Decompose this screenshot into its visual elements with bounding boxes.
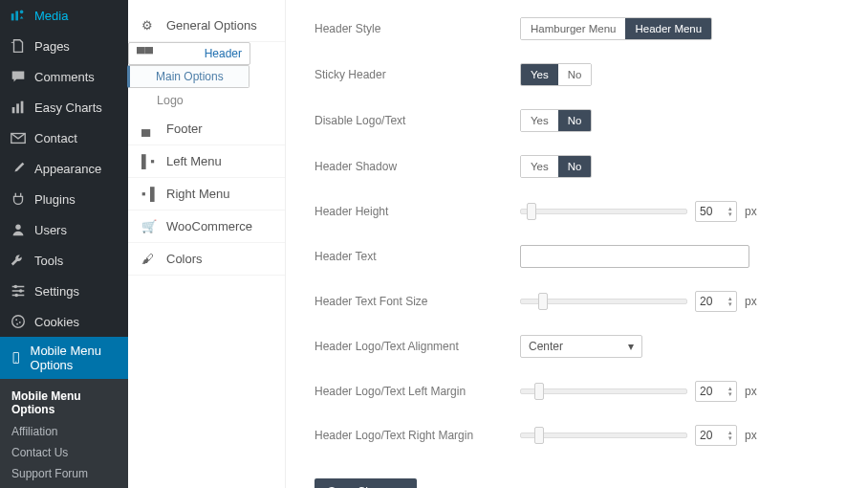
media-icon <box>10 7 27 24</box>
label-right-margin: Header Logo/Text Right Margin <box>315 429 520 442</box>
slider-thumb[interactable] <box>538 293 548 310</box>
label-disable-logo: Disable Logo/Text <box>315 114 520 127</box>
left-icon: ▌▪ <box>141 154 157 168</box>
gear-icon: ⚙ <box>141 18 157 33</box>
submenu-contact-us[interactable]: Contact Us <box>0 442 128 463</box>
tab-logo[interactable]: Logo <box>128 88 285 113</box>
svg-point-9 <box>19 289 23 293</box>
svg-rect-4 <box>16 103 19 113</box>
label-font-size: Header Text Font Size <box>315 295 520 308</box>
svg-point-12 <box>15 319 17 321</box>
slider-thumb[interactable] <box>534 383 544 400</box>
svg-point-8 <box>14 285 18 289</box>
svg-rect-0 <box>11 13 14 20</box>
svg-rect-5 <box>21 101 24 114</box>
input-right-margin[interactable]: 20▴▾ <box>695 425 737 446</box>
tab-left-menu[interactable]: ▌▪Left Menu <box>128 145 285 178</box>
submenu-upgrade[interactable]: Upgrade ► <box>0 484 128 488</box>
menu-users[interactable]: Users <box>0 214 128 245</box>
pages-icon <box>10 37 27 55</box>
wp-admin-sidebar: Media Pages Comments Easy Charts Contact… <box>0 0 128 488</box>
header-icon: ▀▀ <box>137 47 152 60</box>
submenu-affiliation[interactable]: Affiliation <box>0 421 128 442</box>
wrench-icon <box>10 252 27 269</box>
svg-point-2 <box>20 11 24 14</box>
tab-general[interactable]: ⚙General Options <box>128 10 285 42</box>
cart-icon: 🛒 <box>141 219 157 233</box>
label-sticky-header: Sticky Header <box>315 68 520 81</box>
menu-contact[interactable]: Contact <box>0 122 128 153</box>
svg-rect-3 <box>12 107 15 113</box>
plug-icon <box>10 190 27 208</box>
toggle-disable-logo[interactable]: YesNo <box>520 109 592 132</box>
chart-icon <box>10 99 27 116</box>
label-header-text: Header Text <box>315 250 520 263</box>
settings-panel: Header Style Hamburger MenuHeader Menu S… <box>286 0 868 488</box>
label-alignment: Header Logo/Text Alignment <box>315 340 520 353</box>
menu-mobile-menu[interactable]: Mobile Menu Options <box>0 337 128 379</box>
spinner-icon[interactable]: ▴▾ <box>728 430 732 441</box>
slider-right-margin[interactable] <box>520 433 687 438</box>
right-icon: ▪▐ <box>141 187 157 201</box>
menu-media[interactable]: Media <box>0 0 128 31</box>
svg-point-7 <box>15 225 20 230</box>
label-header-style: Header Style <box>315 22 520 35</box>
menu-settings[interactable]: Settings <box>0 276 128 306</box>
svg-point-10 <box>14 294 18 298</box>
footer-icon: ▄ <box>141 122 157 136</box>
slider-font-size[interactable] <box>520 299 687 304</box>
submenu-support[interactable]: Support Forum <box>0 463 128 484</box>
mail-icon <box>10 129 27 146</box>
menu-appearance[interactable]: Appearance <box>0 153 128 184</box>
spinner-icon[interactable]: ▴▾ <box>728 206 732 217</box>
svg-rect-1 <box>15 11 18 21</box>
menu-tools[interactable]: Tools <box>0 245 128 276</box>
options-sidebar: ⚙General Options ▀▀Header Main Options L… <box>128 0 286 488</box>
input-left-margin[interactable]: 20▴▾ <box>695 381 737 402</box>
tab-main-options[interactable]: Main Options <box>127 65 250 88</box>
submenu-head[interactable]: Mobile Menu Options <box>0 385 128 421</box>
toggle-header-style[interactable]: Hamburger MenuHeader Menu <box>520 17 712 40</box>
brush-icon: 🖌 <box>141 252 157 266</box>
input-header-height[interactable]: 50▴▾ <box>695 201 737 222</box>
tab-colors[interactable]: 🖌Colors <box>128 243 285 276</box>
save-button[interactable]: Save Changes <box>315 478 417 488</box>
comments-icon <box>10 68 27 85</box>
brush-icon <box>10 160 27 177</box>
slider-left-margin[interactable] <box>520 388 687 394</box>
tab-right-menu[interactable]: ▪▐Right Menu <box>128 178 285 211</box>
tab-woo[interactable]: 🛒WooCommerce <box>128 211 285 243</box>
sliders-icon <box>10 282 27 299</box>
spinner-icon[interactable]: ▴▾ <box>728 386 732 397</box>
svg-point-11 <box>12 316 25 328</box>
slider-header-height[interactable] <box>520 209 687 214</box>
label-header-shadow: Header Shadow <box>315 160 520 173</box>
chevron-down-icon: ▾ <box>628 340 634 353</box>
toggle-sticky-header[interactable]: YesNo <box>520 63 592 86</box>
select-alignment[interactable]: Center▾ <box>520 335 642 358</box>
menu-easy-charts[interactable]: Easy Charts <box>0 92 128 122</box>
user-icon <box>10 221 27 238</box>
slider-thumb[interactable] <box>534 427 544 444</box>
tab-footer[interactable]: ▄Footer <box>128 113 285 145</box>
menu-comments[interactable]: Comments <box>0 61 128 92</box>
input-header-text[interactable] <box>520 245 749 268</box>
toggle-header-shadow[interactable]: YesNo <box>520 155 592 178</box>
svg-point-13 <box>19 322 21 323</box>
submenu: Mobile Menu Options Affiliation Contact … <box>0 379 128 488</box>
label-left-margin: Header Logo/Text Left Margin <box>315 385 520 398</box>
label-header-height: Header Height <box>315 205 520 218</box>
slider-thumb[interactable] <box>527 203 536 220</box>
input-font-size[interactable]: 20▴▾ <box>695 291 737 312</box>
menu-pages[interactable]: Pages <box>0 31 128 61</box>
svg-point-14 <box>16 323 18 325</box>
svg-point-16 <box>15 361 16 362</box>
menu-cookies[interactable]: Cookies <box>0 306 128 337</box>
tab-header[interactable]: ▀▀Header <box>128 42 250 65</box>
cookie-icon <box>10 313 27 330</box>
mobile-icon <box>10 349 23 366</box>
spinner-icon[interactable]: ▴▾ <box>728 296 732 307</box>
menu-plugins[interactable]: Plugins <box>0 184 128 214</box>
